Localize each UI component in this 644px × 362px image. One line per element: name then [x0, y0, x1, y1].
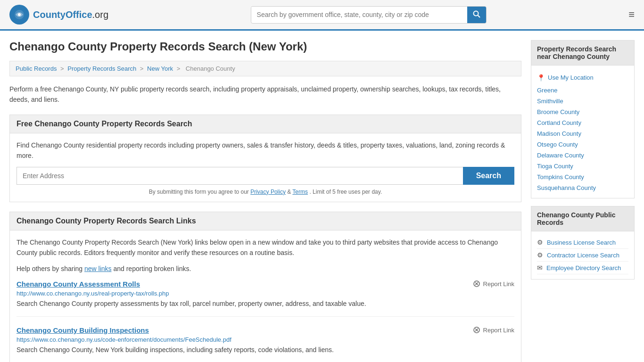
- link-url-assessment-rolls[interactable]: http://www.co.chenango.ny.us/real-proper…: [17, 290, 514, 297]
- sidebar-contractor-license[interactable]: ⚙ Contractor License Search: [537, 249, 628, 262]
- address-input[interactable]: [17, 167, 463, 185]
- logo-org: .org: [92, 9, 108, 20]
- use-location-link[interactable]: Use My Location: [548, 72, 594, 83]
- privacy-policy-link[interactable]: Privacy Policy: [250, 189, 286, 195]
- address-search-button[interactable]: Search: [463, 167, 514, 185]
- address-search-form: Search: [17, 167, 514, 185]
- links-section: Chenango County Property Records Search …: [9, 212, 521, 362]
- free-search-heading: Free Chenango County Property Records Se…: [10, 115, 521, 133]
- employee-directory-icon: ✉: [537, 264, 543, 272]
- links-heading: Chenango County Property Records Search …: [10, 212, 521, 230]
- help-text: Help others by sharing new links and rep…: [17, 263, 514, 274]
- new-links-link[interactable]: new links: [84, 265, 112, 272]
- sidebar-link-broome[interactable]: Broome County: [537, 107, 628, 117]
- sidebar-business-license[interactable]: ⚙ Business License Search: [537, 236, 628, 249]
- report-link-2[interactable]: Report Link: [473, 326, 514, 334]
- report-link-1[interactable]: Report Link: [473, 280, 514, 288]
- content-area: Chenango County Property Records Search …: [9, 40, 521, 362]
- sidebar-employee-directory[interactable]: ✉ Employee Directory Search: [537, 262, 628, 274]
- logo-brand: CountyOffice: [33, 9, 92, 20]
- nearby-section: Property Records Search near Chenango Co…: [531, 40, 635, 198]
- sidebar-link-smithville[interactable]: Smithville: [537, 96, 628, 107]
- breadcrumb-public-records[interactable]: Public Records: [16, 65, 57, 72]
- main-container: Chenango County Property Records Search …: [0, 31, 644, 362]
- link-desc-assessment-rolls: Search Chenango County property assessme…: [17, 299, 514, 309]
- breadcrumb-new-york[interactable]: New York: [147, 65, 173, 72]
- link-title-building-inspections[interactable]: Chenango County Building Inspections: [17, 326, 149, 334]
- sidebar: Property Records Search near Chenango Co…: [531, 40, 635, 362]
- breadcrumb: Public Records > Property Records Search…: [9, 61, 521, 76]
- logo-text: CountyOffice.org: [33, 9, 108, 20]
- page-title: Chenango County Property Records Search …: [9, 40, 521, 53]
- svg-point-2: [18, 13, 21, 16]
- use-my-location[interactable]: 📍 Use My Location: [537, 70, 628, 85]
- business-license-icon: ⚙: [537, 239, 543, 246]
- form-note-prefix: By submitting this form you agree to our: [149, 189, 249, 195]
- terms-link[interactable]: Terms: [292, 189, 308, 195]
- site-header: CountyOffice.org ≡: [0, 0, 644, 31]
- breadcrumb-property-records-search[interactable]: Property Records Search: [67, 65, 136, 72]
- sidebar-link-otsego[interactable]: Otsego County: [537, 139, 628, 150]
- free-search-section: Free Chenango County Property Records Se…: [9, 115, 521, 202]
- link-url-building-inspections[interactable]: https://www.co.chenango.ny.us/code-enfor…: [17, 336, 514, 343]
- public-records-heading: Chenango County Public Records: [531, 206, 635, 231]
- logo-area: CountyOffice.org: [9, 5, 108, 25]
- form-note-suffix: . Limit of 5 free uses per day.: [309, 189, 382, 195]
- link-item-building-inspections: Chenango County Building Inspections Rep…: [17, 326, 514, 362]
- public-records-section: Chenango County Public Records ⚙ Busines…: [531, 206, 635, 280]
- link-desc-building-inspections: Search Chenango County, New York buildin…: [17, 345, 514, 355]
- contractor-license-icon: ⚙: [537, 251, 543, 259]
- sidebar-link-cortland[interactable]: Cortland County: [537, 117, 628, 128]
- free-search-description: Find Chenango County residential propert…: [17, 140, 514, 161]
- breadcrumb-current: Chenango County: [186, 65, 235, 72]
- form-note: By submitting this form you agree to our…: [17, 189, 514, 195]
- sidebar-link-delaware[interactable]: Delaware County: [537, 150, 628, 161]
- link-title-assessment-rolls[interactable]: Chenango County Assessment Rolls: [17, 280, 140, 288]
- links-intro: The Chenango County Property Records Sea…: [17, 237, 514, 258]
- nearby-heading: Property Records Search near Chenango Co…: [531, 40, 635, 66]
- sidebar-link-madison[interactable]: Madison County: [537, 128, 628, 139]
- links-body: The Chenango County Property Records Sea…: [10, 230, 521, 362]
- header-search-button[interactable]: [467, 7, 486, 23]
- nearby-body: 📍 Use My Location Greene Smithville Broo…: [531, 66, 635, 198]
- header-search-input[interactable]: [251, 7, 467, 22]
- sidebar-link-susquehanna[interactable]: Susquehanna County: [537, 182, 628, 193]
- location-icon: 📍: [537, 74, 545, 82]
- sidebar-link-greene[interactable]: Greene: [537, 85, 628, 96]
- sidebar-link-tompkins[interactable]: Tompkins County: [537, 172, 628, 182]
- logo-icon: [9, 5, 29, 25]
- free-search-body: Find Chenango County residential propert…: [10, 133, 521, 202]
- header-search-bar[interactable]: [251, 6, 487, 24]
- svg-point-3: [473, 11, 478, 16]
- sidebar-link-tioga[interactable]: Tioga County: [537, 161, 628, 172]
- page-description: Perform a free Chenango County, NY publi…: [9, 84, 521, 105]
- public-records-body: ⚙ Business License Search ⚙ Contractor L…: [531, 231, 635, 280]
- link-item-assessment-rolls: Chenango County Assessment Rolls Report …: [17, 280, 514, 317]
- menu-icon[interactable]: ≡: [628, 8, 635, 21]
- svg-line-4: [478, 15, 480, 17]
